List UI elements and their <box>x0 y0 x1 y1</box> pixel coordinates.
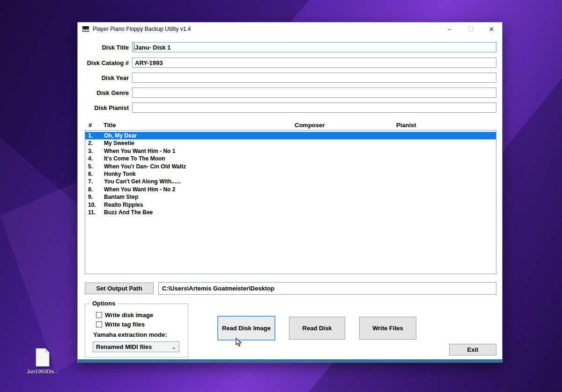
set-output-path-button[interactable]: Set Output Path <box>85 283 154 294</box>
write-disk-image-checkbox[interactable] <box>96 312 102 318</box>
read-disk-button[interactable]: Read Disk <box>289 317 345 340</box>
disk-catalog-label: Disk Catalog # <box>78 59 129 66</box>
header-composer: Composer <box>295 122 325 129</box>
app-window: Player Piano Floppy Backup Utility v1.4 … <box>77 22 503 363</box>
disk-pianist-input[interactable] <box>132 102 496 113</box>
window-bottom-edge <box>78 359 502 362</box>
track-listbox[interactable]: 1.Oh, My Dear 2.My Sweetie 3.When You Wa… <box>85 130 496 274</box>
header-pianist: Pianist <box>396 122 416 129</box>
track-row[interactable]: 11.Buzz And The Bee <box>85 209 496 216</box>
write-disk-image-option[interactable]: Write disk image <box>96 312 153 319</box>
maximize-button[interactable] <box>460 22 481 36</box>
desktop-icon-jun1993disk[interactable]: Jun1993Dis... <box>17 348 68 374</box>
minimize-button[interactable]: – <box>439 22 460 36</box>
close-button[interactable]: ✕ <box>481 22 502 36</box>
write-tag-files-checkbox[interactable] <box>96 321 102 327</box>
disk-genre-label: Disk Genre <box>78 89 129 96</box>
extraction-mode-dropdown[interactable]: Renamed MIDI files ⌄ <box>93 341 179 352</box>
chevron-down-icon: ⌄ <box>171 344 176 350</box>
write-disk-image-label: Write disk image <box>105 312 153 319</box>
track-row[interactable]: 7.You Can't Get Along With...... <box>85 178 496 185</box>
desktop-icon-label: Jun1993Dis... <box>17 369 68 374</box>
document-icon <box>35 348 50 367</box>
disk-title-label: Disk Title <box>78 44 129 51</box>
track-row[interactable]: 1.Oh, My Dear <box>85 132 496 139</box>
maximize-icon <box>468 27 473 31</box>
disk-catalog-input[interactable] <box>132 58 496 68</box>
track-row[interactable]: 3.When You Want Him - No 1 <box>85 147 496 155</box>
extraction-mode-value: Renamed MIDI files <box>96 343 152 350</box>
disk-pianist-label: Disk Pianist <box>78 104 129 111</box>
write-tag-files-label: Write tag files <box>105 321 145 328</box>
read-disk-image-button[interactable]: Read Disk Image <box>217 316 275 341</box>
app-icon <box>82 25 89 33</box>
output-path-field[interactable]: C:\Users\Artemis Goatmeister\Desktop <box>158 282 496 295</box>
disk-year-input[interactable] <box>132 73 496 83</box>
disk-title-input[interactable] <box>132 42 496 52</box>
track-row[interactable]: 5.When You'r Dan- Cin Old Waltz <box>85 163 496 170</box>
options-group-label: Options <box>90 300 118 307</box>
track-row[interactable]: 9.Bantam Step <box>85 193 496 201</box>
header-num: # <box>89 122 92 129</box>
track-row[interactable]: 6.Honky Tonk <box>85 170 496 178</box>
text-caret <box>134 44 134 51</box>
exit-button[interactable]: Exit <box>449 344 496 356</box>
track-row[interactable]: 4.It's Come To The Moon <box>85 155 496 162</box>
header-title: Title <box>104 122 116 129</box>
yamaha-extraction-mode-label: Yamaha extraction mode: <box>93 331 167 338</box>
track-row[interactable]: 2.My Sweetie <box>85 139 496 147</box>
write-tag-files-option[interactable]: Write tag files <box>96 321 145 328</box>
write-files-button[interactable]: Write Files <box>359 317 416 340</box>
disk-year-label: Disk Year <box>78 74 129 81</box>
title-bar[interactable]: Player Piano Floppy Backup Utility v1.4 … <box>78 22 502 36</box>
track-row[interactable]: 8.When You Want Him - No 2 <box>85 186 496 193</box>
track-row[interactable]: 10.Realto Ripples <box>85 201 496 209</box>
window-title: Player Piano Floppy Backup Utility v1.4 <box>93 26 191 32</box>
disk-genre-input[interactable] <box>132 87 496 98</box>
options-group: Options Write disk image Write tag files… <box>85 304 188 357</box>
